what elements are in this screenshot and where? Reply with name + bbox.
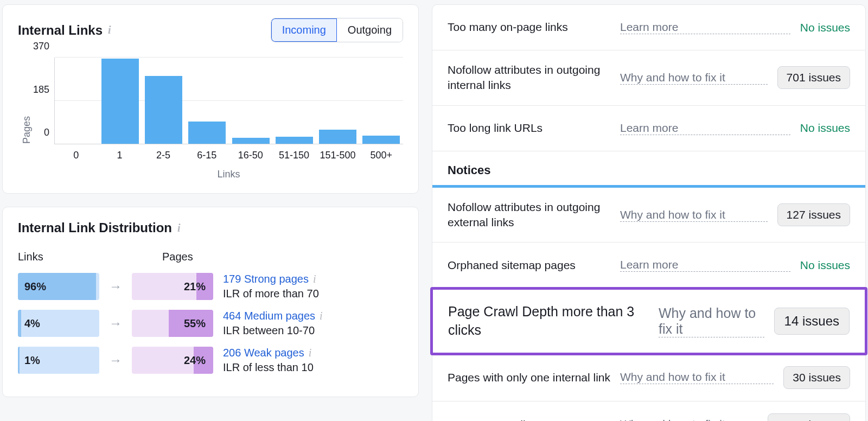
chart-bar[interactable] xyxy=(101,59,139,144)
x-tick: 0 xyxy=(54,150,98,161)
distribution-sub: ILR between 10-70 xyxy=(223,324,323,337)
y-tick: 370 xyxy=(33,41,55,52)
distribution-link[interactable]: 464 Medium pages i xyxy=(223,310,323,322)
internal-link-distribution-card: Internal Link Distribution i Links Pages… xyxy=(2,207,419,397)
distribution-link[interactable]: 206 Weak pages i xyxy=(223,347,314,359)
info-icon[interactable]: i xyxy=(320,310,323,322)
y-tick: 0 xyxy=(44,127,55,138)
issue-count-badge[interactable]: 701 issues xyxy=(777,66,850,89)
issue-learn-more-link[interactable]: Learn more xyxy=(620,21,790,34)
chart-bar[interactable] xyxy=(188,122,226,144)
distribution-title: Internal Link Distribution i xyxy=(18,220,403,235)
issue-status: No issues xyxy=(800,21,850,34)
internal-links-title: Internal Links i xyxy=(18,23,111,38)
distribution-sub: ILR of more than 70 xyxy=(223,288,319,300)
issue-title: Page Crawl Depth more than 3 clicks xyxy=(448,303,649,340)
issue-learn-more-link[interactable]: Learn more xyxy=(620,258,790,272)
issue-row: Nofollow attributes in outgoing external… xyxy=(432,188,865,243)
issue-row: Pages with only one internal linkWhy and… xyxy=(432,354,865,401)
x-tick: 51-150 xyxy=(272,150,316,161)
distribution-row: 1%→24%206 Weak pages iILR of less than 1… xyxy=(18,347,403,374)
internal-links-card: Internal Links i Incoming Outgoing Pages… xyxy=(2,4,419,194)
issue-row: Nofollow attributes in outgoing internal… xyxy=(432,50,865,106)
issue-row: Orphaned sitemap pagesLearn moreNo issue… xyxy=(432,243,865,288)
distribution-sub: ILR of less than 10 xyxy=(223,361,314,374)
pages-percent-bar: 55% xyxy=(132,310,213,337)
links-percent-bar: 4% xyxy=(18,310,99,337)
issue-title: Permanent redirects xyxy=(448,417,610,421)
issue-row: Permanent redirectsWhy and how to fix it… xyxy=(432,401,865,421)
arrow-right-icon: → xyxy=(109,279,122,294)
chart-bar[interactable] xyxy=(362,136,400,144)
issue-status: No issues xyxy=(800,122,850,135)
y-tick: 185 xyxy=(33,84,55,95)
issue-learn-more-link[interactable]: Why and how to fix it xyxy=(620,418,758,421)
x-tick: 2-5 xyxy=(142,150,185,161)
arrow-right-icon: → xyxy=(109,316,122,331)
notices-header: Notices xyxy=(432,151,865,185)
chart-bar[interactable] xyxy=(232,138,270,144)
y-axis-label: Pages xyxy=(18,58,33,180)
pages-percent-bar: 21% xyxy=(132,273,213,300)
internal-links-chart: Pages 0185370 012-56-1516-5051-150151-50… xyxy=(18,58,403,180)
issue-count-badge[interactable]: 1,665 issues xyxy=(768,413,850,421)
issue-title: Nofollow attributes in outgoing internal… xyxy=(448,62,610,93)
issue-count-badge[interactable]: 127 issues xyxy=(777,203,850,226)
issue-title: Nofollow attributes in outgoing external… xyxy=(448,200,610,231)
info-icon[interactable]: i xyxy=(177,222,181,234)
issue-row: Too many on-page linksLearn moreNo issue… xyxy=(432,5,865,50)
distribution-row: 4%→55%464 Medium pages iILR between 10-7… xyxy=(18,310,403,337)
x-tick: 500+ xyxy=(360,150,403,161)
x-tick: 16-50 xyxy=(229,150,272,161)
arrow-right-icon: → xyxy=(109,353,122,368)
issue-learn-more-link[interactable]: Why and how to fix it xyxy=(659,305,764,337)
issue-row: Too long link URLsLearn moreNo issues xyxy=(432,106,865,151)
issue-learn-more-link[interactable]: Why and how to fix it xyxy=(620,71,768,85)
issue-learn-more-link[interactable]: Why and how to fix it xyxy=(620,371,774,384)
x-tick: 6-15 xyxy=(185,150,228,161)
link-direction-toggle: Incoming Outgoing xyxy=(271,18,403,42)
x-axis-label: Links xyxy=(54,169,403,180)
issue-learn-more-link[interactable]: Learn more xyxy=(620,122,790,135)
info-icon[interactable]: i xyxy=(309,347,312,359)
distribution-headers: Links Pages xyxy=(18,251,403,263)
issue-title: Orphaned sitemap pages xyxy=(448,258,610,273)
distribution-link[interactable]: 179 Strong pages i xyxy=(223,273,319,285)
issues-panel: Too many on-page linksLearn moreNo issue… xyxy=(432,4,866,421)
issue-title: Too many on-page links xyxy=(448,20,610,35)
chart-bar[interactable] xyxy=(145,76,182,144)
pages-percent-bar: 24% xyxy=(132,347,213,374)
links-percent-bar: 1% xyxy=(18,347,99,374)
links-percent-bar: 96% xyxy=(18,273,99,300)
x-tick: 151-500 xyxy=(316,150,359,161)
issue-learn-more-link[interactable]: Why and how to fix it xyxy=(620,208,768,222)
tab-outgoing[interactable]: Outgoing xyxy=(337,18,403,42)
tab-incoming[interactable]: Incoming xyxy=(271,18,337,42)
info-icon[interactable]: i xyxy=(313,273,316,285)
issue-row: Page Crawl Depth more than 3 clicksWhy a… xyxy=(430,287,867,355)
distribution-row: 96%→21%179 Strong pages iILR of more tha… xyxy=(18,273,403,300)
issue-title: Too long link URLs xyxy=(448,120,610,136)
issue-title: Pages with only one internal link xyxy=(448,370,610,385)
issue-count-badge[interactable]: 30 issues xyxy=(783,366,850,389)
chart-bar[interactable] xyxy=(276,137,313,144)
issue-status: No issues xyxy=(800,259,850,272)
issue-count-badge[interactable]: 14 issues xyxy=(774,308,850,335)
x-tick: 1 xyxy=(98,150,141,161)
chart-bar[interactable] xyxy=(319,130,356,144)
info-icon[interactable]: i xyxy=(108,24,111,36)
